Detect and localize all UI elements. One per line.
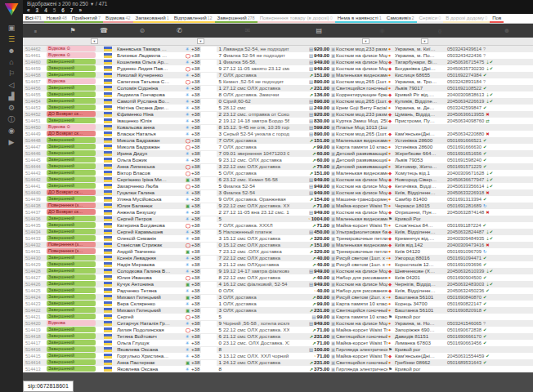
table-row[interactable]: 514457 Відмова Сапегина Татьяна С… ◯+385…: [23, 78, 533, 85]
phone-cell[interactable]: ✳+389: [185, 196, 222, 203]
phone-cell[interactable]: ◯+380: [185, 242, 222, 248]
windows-icon[interactable]: ▣: [4, 23, 19, 33]
phone-cell[interactable]: ✳+381: [185, 301, 222, 307]
table-row[interactable]: 514417 Завершений Ольга Глущук ✳+380 23.…: [23, 340, 533, 346]
table-row[interactable]: 514461 Відмова ⊙ Близнюк Людмила … ◯+387…: [23, 52, 533, 59]
last-page-button[interactable]: »: [78, 7, 82, 14]
product-column-icon[interactable]: ⌂: [322, 27, 379, 34]
phone-cell[interactable]: ✳+383: [185, 235, 222, 242]
addr-column-icon[interactable]: ◉: [379, 27, 438, 34]
phone-cell[interactable]: ✳+387: [185, 72, 222, 78]
phone-cell[interactable]: ◯+385: [185, 327, 222, 333]
phone-cell[interactable]: ✳+382: [185, 111, 222, 118]
settings-icon[interactable]: ⚙: [4, 103, 19, 113]
phone-cell[interactable]: ✳+380: [185, 287, 222, 294]
phone-cell[interactable]: ✳+381: [185, 85, 222, 91]
table-row[interactable]: 514459 Завершений Руденко Лидия Пав… ◯+3…: [23, 65, 533, 72]
phone-cell[interactable]: ✳+382: [185, 209, 222, 216]
phone-cell[interactable]: ✳+381: [185, 59, 222, 65]
phone-cell[interactable]: ✳+383: [185, 189, 222, 196]
tab-status[interactable]: Пов: [490, 14, 504, 23]
phone-cell[interactable]: ◯+385: [185, 183, 222, 189]
phone-cell[interactable]: ▣+387: [185, 248, 222, 255]
page-4-button[interactable]: 4: [44, 7, 47, 14]
table-row[interactable]: 514447 Завершений Микола Бадражан ◯+387 …: [23, 144, 533, 150]
phone-cell[interactable]: ✳+388: [185, 91, 222, 98]
table-row[interactable]: 514423 Завершений Вера Скляренко ✳+381 О…: [23, 301, 533, 307]
id-column-icon[interactable]: ≡: [23, 29, 46, 33]
tab-status[interactable]: Сервіси0: [417, 14, 444, 23]
product-filter-dropdown[interactable]: ▾: [362, 38, 370, 44]
table-row[interactable]: 514426 Завершений Кучук Антонина ▣+384 1…: [23, 281, 533, 287]
phone-filter-dropdown[interactable]: ▾: [197, 38, 204, 44]
table-row[interactable]: 514422 Завершений Михаил Гилецький ▣+383…: [23, 307, 533, 314]
table-row[interactable]: 514425 Завершений Радченко Тетяна ✳+380 …: [23, 287, 533, 294]
phone-cell[interactable]: ▣+386: [185, 176, 222, 183]
table-row[interactable]: 514441 Завершений Захарченко Люба ◯+385 …: [23, 183, 533, 189]
table-row[interactable]: 514428 Завершений Солодкова Галина В… ✳+…: [23, 268, 533, 274]
tab-status[interactable]: Новий48: [44, 14, 69, 23]
phone-cell[interactable]: ◯+385: [185, 170, 222, 176]
addr-filter-dropdown[interactable]: ▾: [421, 38, 428, 44]
table-row[interactable]: 514415 Завершений Горгулько Христина… ✳+…: [23, 353, 533, 359]
page-6-button[interactable]: 6: [61, 7, 65, 14]
table-row[interactable]: 514458 Завершений Николай Кучеренко ✳+38…: [23, 72, 533, 78]
table-row[interactable]: 514452 ДО Возврат ск… Єфименко Ніна ✳+38…: [23, 111, 533, 118]
app-logo-icon[interactable]: [5, 3, 19, 16]
table-row[interactable]: 514439 Завершений Уляна Мусійовська ✳+38…: [23, 196, 533, 203]
operator-column-icon[interactable]: ☎: [100, 27, 108, 34]
phone-cell[interactable]: ▣+389: [185, 203, 222, 209]
table-row[interactable]: 514444 Завершений Анна Липенська ◯+383 2…: [23, 163, 533, 170]
table-row[interactable]: 514440 ДО Возврат ск… Гуцалюк Галина ✳+3…: [23, 189, 533, 196]
phone-cell[interactable]: ◯+387: [185, 144, 222, 150]
phone-cell[interactable]: ✳+380: [185, 340, 222, 346]
table-row[interactable]: 514460 Завершений Кошелева Ольга Ар… ✳+3…: [23, 59, 533, 65]
phone-cell[interactable]: ◯+387: [185, 222, 222, 229]
price-column-icon[interactable]: ▤: [281, 27, 322, 34]
phone-cell[interactable]: ▣+384: [185, 281, 222, 287]
phone-cell[interactable]: ▣+383: [185, 307, 222, 314]
table-row[interactable]: 514424 Завершений Михаил Гилецький ▣+383…: [23, 294, 533, 301]
table-row[interactable]: 514449 ДО Возврат ск… Власюк Наталья ✳+3…: [23, 131, 533, 137]
table-row[interactable]: 514432 Повернення (з… Станіслав Стрижак …: [23, 242, 533, 248]
tab-status[interactable]: Всі471: [23, 14, 44, 23]
phone-cell[interactable]: ◯+387: [185, 137, 222, 144]
phone-cell[interactable]: ✳+389: [185, 157, 222, 163]
phone-cell[interactable]: ✳+388: [185, 366, 222, 372]
phone-cell[interactable]: ✳+387: [185, 255, 222, 261]
tab-status[interactable]: Самовивіз2: [384, 14, 417, 23]
phone-cell[interactable]: ▣+381: [185, 359, 222, 366]
page-5-button[interactable]: 5: [53, 7, 56, 14]
video-icon[interactable]: ▶: [4, 137, 19, 147]
status-filter-dropdown[interactable]: ▾: [91, 38, 98, 44]
phone-cell[interactable]: ◯+388: [185, 274, 222, 281]
table-row[interactable]: 514438 Повернення (з… Юлия Баланюк ▣+389…: [23, 203, 533, 209]
phone-cell[interactable]: ◯+385: [185, 78, 222, 85]
table-row[interactable]: 514442 Завершений Сергіюнко Іріна Ми… ▣+…: [23, 176, 533, 183]
info-icon[interactable]: ⓘ: [4, 114, 19, 124]
phone-cell[interactable]: ✳+389: [185, 268, 222, 274]
table-row[interactable]: 514419 Завершений Лилия Подолинская ◯+38…: [23, 327, 533, 333]
page-7-button[interactable]: 7: [70, 7, 74, 14]
phone-cell[interactable]: ◯+385: [185, 314, 222, 320]
phone-cell[interactable]: ✳+386: [185, 333, 222, 340]
table-row[interactable]: 514462 Відмова ⊙ Каневська Тамара … ✳+38…: [23, 46, 533, 52]
table-row[interactable]: 514455 Завершений Людмила Гончарова ✳+38…: [23, 91, 533, 98]
tab-status[interactable]: Відправлений12: [172, 14, 215, 23]
table-row[interactable]: 514430 Завершений Ксенія Левадняя ✳+387 …: [23, 255, 533, 261]
page-size-caret[interactable]: ▾: [91, 1, 93, 7]
table-row[interactable]: 514450 Відмова ⊙ Ковальова анна ✳+388 15…: [23, 124, 533, 131]
table-row[interactable]: 514429 Завершений Надія Мерзаєва ✳+383 2…: [23, 261, 533, 268]
phone-cell[interactable]: ▣+383: [185, 294, 222, 301]
phone-cell[interactable]: ✳+382: [185, 118, 222, 124]
table-row[interactable]: 514436 Завершений Сергей Петров ✳+385 ◔1…: [23, 216, 533, 222]
status-column-icon[interactable]: ⚑: [46, 27, 100, 34]
page-3-button[interactable]: 3: [36, 7, 39, 14]
table-row[interactable]: 514446 Завершений Ирина Дидух ✳+387 09.0…: [23, 150, 533, 157]
table-row[interactable]: 514435 Завершений Катерина Богданова ◯+3…: [23, 222, 533, 229]
tab-status[interactable]: Завершений278: [215, 14, 258, 23]
track-column-icon[interactable]: {}: [438, 29, 492, 33]
phone-cell[interactable]: ◯+383: [185, 163, 222, 170]
campaigns-icon[interactable]: ◁: [4, 80, 19, 90]
phone-cell[interactable]: ✳+385: [185, 229, 222, 235]
